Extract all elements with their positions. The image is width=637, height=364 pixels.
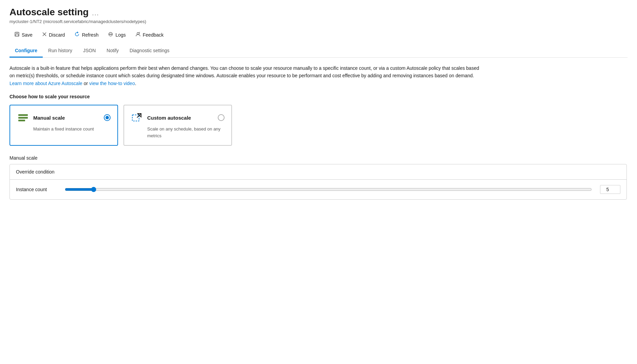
- tab-notify[interactable]: Notify: [101, 44, 124, 58]
- slider-container: [65, 187, 592, 192]
- logs-label: Logs: [115, 32, 126, 38]
- refresh-button[interactable]: Refresh: [70, 29, 103, 40]
- save-label: Save: [22, 32, 33, 38]
- instance-count-label: Instance count: [16, 187, 57, 192]
- override-condition-header: Override condition: [10, 164, 626, 180]
- feedback-button[interactable]: Feedback: [131, 29, 168, 40]
- manual-scale-icon: [17, 112, 29, 124]
- discard-label: Discard: [49, 32, 65, 38]
- svg-point-9: [137, 33, 139, 35]
- override-body: Instance count: [10, 180, 626, 199]
- save-button[interactable]: Save: [9, 29, 37, 40]
- svg-rect-2: [16, 34, 19, 36]
- page-title: Autoscale setting: [9, 7, 89, 18]
- manual-scale-section-label: Manual scale: [9, 155, 628, 161]
- scale-options: Manual scale Maintain a fixed instance c…: [9, 105, 628, 146]
- refresh-icon: [74, 32, 80, 38]
- more-options-icon[interactable]: ...: [92, 10, 99, 17]
- feedback-label: Feedback: [143, 32, 163, 38]
- save-icon: [14, 32, 20, 38]
- discard-button[interactable]: Discard: [37, 30, 70, 40]
- learn-more-link[interactable]: Learn more about Azure Autoscale: [9, 81, 82, 86]
- svg-rect-1: [16, 32, 18, 34]
- svg-rect-13: [132, 115, 139, 121]
- manual-scale-title: Manual scale: [33, 115, 65, 121]
- breadcrumb: mycluster-1/NT2 (microsoft.servicefabric…: [9, 19, 628, 24]
- svg-point-6: [109, 34, 110, 35]
- refresh-label: Refresh: [82, 32, 98, 38]
- tab-diagnostic-settings[interactable]: Diagnostic settings: [124, 44, 175, 58]
- how-to-video-link[interactable]: view the how-to video: [89, 81, 135, 86]
- manual-scale-radio[interactable]: [104, 114, 111, 121]
- custom-autoscale-radio[interactable]: [218, 114, 225, 121]
- tabs-container: Configure Run history JSON Notify Diagno…: [9, 44, 628, 58]
- manual-scale-section: Manual scale Override condition Instance…: [9, 155, 628, 200]
- custom-autoscale-card[interactable]: Custom autoscale Scale on any schedule, …: [123, 105, 232, 146]
- manual-scale-card[interactable]: Manual scale Maintain a fixed instance c…: [9, 105, 118, 146]
- svg-point-8: [111, 34, 112, 35]
- toolbar: Save Discard Refresh: [9, 29, 628, 43]
- tab-configure[interactable]: Configure: [9, 44, 43, 58]
- override-box: Override condition Instance count: [9, 164, 627, 200]
- tab-run-history[interactable]: Run history: [43, 44, 78, 58]
- content-area: Autoscale is a built-in feature that hel…: [9, 58, 628, 206]
- custom-autoscale-title: Custom autoscale: [147, 115, 191, 121]
- svg-rect-10: [18, 114, 28, 116]
- tab-json[interactable]: JSON: [78, 44, 101, 58]
- description-text: Autoscale is a built-in feature that hel…: [9, 64, 484, 87]
- svg-rect-11: [18, 117, 28, 119]
- svg-rect-12: [18, 120, 25, 121]
- svg-point-7: [110, 34, 111, 35]
- feedback-icon: [135, 32, 141, 38]
- custom-autoscale-icon: [131, 112, 143, 124]
- logs-button[interactable]: Logs: [103, 29, 130, 40]
- manual-scale-desc: Maintain a fixed instance count: [33, 126, 111, 133]
- discard-icon: [42, 32, 47, 38]
- scale-section-title: Choose how to scale your resource: [9, 94, 628, 99]
- logs-icon: [108, 32, 113, 38]
- instance-count-input[interactable]: [600, 185, 620, 194]
- custom-autoscale-desc: Scale on any schedule, based on any metr…: [147, 126, 225, 139]
- instance-count-slider[interactable]: [65, 187, 592, 192]
